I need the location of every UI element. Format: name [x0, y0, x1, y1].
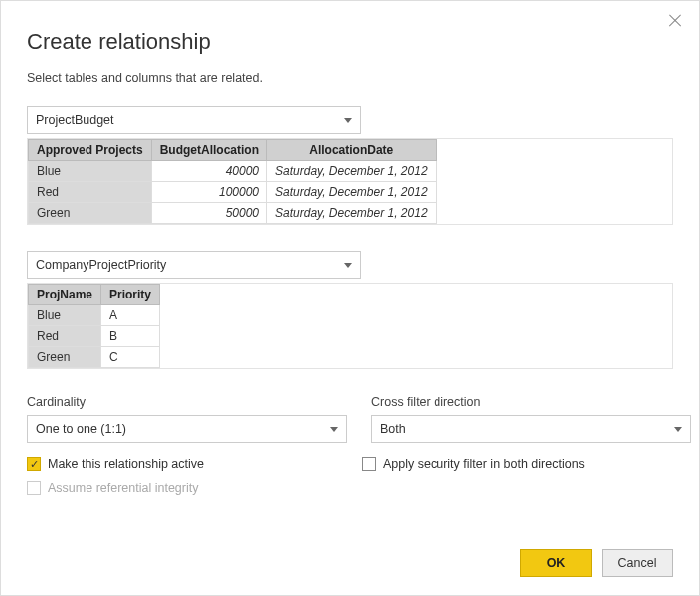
make-active-checkbox[interactable]: ✓ [27, 457, 41, 471]
security-filter-checkbox[interactable] [362, 457, 376, 471]
table2-preview: ProjName Priority Blue A Red B Green C [27, 283, 673, 369]
table-row: Blue 40000 Saturday, December 1, 2012 [29, 161, 437, 182]
table2-dropdown-value: CompanyProjectPriority [36, 258, 166, 272]
table1-header-2[interactable]: AllocationDate [267, 140, 437, 161]
table-row: Blue A [29, 305, 160, 326]
table1-preview: Approved Projects BudgetAllocation Alloc… [27, 138, 673, 225]
create-relationship-dialog: Create relationship Select tables and co… [0, 0, 700, 596]
table1-header-0[interactable]: Approved Projects [29, 140, 152, 161]
make-active-label: Make this relationship active [48, 457, 204, 471]
table-header-row: ProjName Priority [29, 285, 160, 305]
table2-dropdown[interactable]: CompanyProjectPriority [27, 251, 361, 279]
chevron-down-icon [344, 118, 352, 123]
table2-header-1[interactable]: Priority [101, 285, 160, 305]
security-filter-label: Apply security filter in both directions [383, 457, 585, 471]
chevron-down-icon [674, 427, 682, 432]
crossfilter-label: Cross filter direction [371, 395, 691, 409]
table2-grid[interactable]: ProjName Priority Blue A Red B Green C [28, 284, 160, 368]
table-header-row: Approved Projects BudgetAllocation Alloc… [29, 140, 437, 161]
table2-header-0[interactable]: ProjName [29, 285, 101, 305]
crossfilter-dropdown[interactable]: Both [371, 415, 691, 443]
crossfilter-value: Both [380, 422, 406, 436]
table-row: Green 50000 Saturday, December 1, 2012 [29, 203, 437, 224]
ok-button[interactable]: OK [520, 549, 592, 577]
dialog-title: Create relationship [27, 29, 673, 55]
close-icon[interactable] [667, 13, 683, 29]
table-row: Red 100000 Saturday, December 1, 2012 [29, 182, 437, 203]
chevron-down-icon [330, 427, 338, 432]
table1-header-1[interactable]: BudgetAllocation [151, 140, 266, 161]
cardinality-value: One to one (1:1) [36, 422, 126, 436]
table1-dropdown[interactable]: ProjectBudget [27, 106, 361, 134]
cardinality-label: Cardinality [27, 395, 347, 409]
table1-dropdown-value: ProjectBudget [36, 113, 114, 127]
dialog-subtitle: Select tables and columns that are relat… [27, 71, 673, 85]
table-row: Green C [29, 347, 160, 368]
referential-integrity-label: Assume referential integrity [48, 481, 198, 495]
table-row: Red B [29, 326, 160, 347]
cardinality-dropdown[interactable]: One to one (1:1) [27, 415, 347, 443]
cancel-button[interactable]: Cancel [602, 549, 673, 577]
table1-grid[interactable]: Approved Projects BudgetAllocation Alloc… [28, 139, 437, 224]
chevron-down-icon [344, 263, 352, 268]
referential-integrity-checkbox [27, 481, 41, 495]
